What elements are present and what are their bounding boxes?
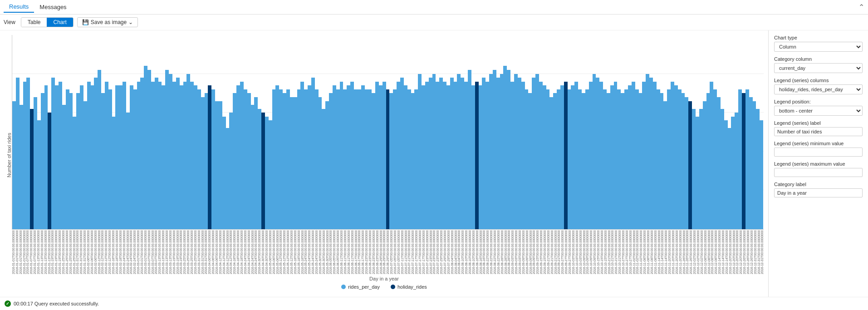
bar[interactable] bbox=[585, 89, 589, 229]
bar[interactable] bbox=[247, 93, 251, 229]
bar[interactable] bbox=[642, 82, 646, 229]
bar[interactable] bbox=[144, 66, 147, 229]
bar[interactable] bbox=[397, 82, 400, 229]
bar[interactable] bbox=[105, 82, 108, 229]
bar[interactable] bbox=[308, 85, 311, 229]
bar[interactable] bbox=[269, 120, 272, 229]
bar[interactable] bbox=[607, 93, 610, 229]
bar[interactable] bbox=[713, 89, 717, 229]
bar[interactable] bbox=[446, 85, 450, 229]
bar[interactable] bbox=[738, 89, 742, 229]
bar[interactable] bbox=[443, 82, 446, 229]
bar[interactable] bbox=[123, 82, 126, 229]
bar[interactable] bbox=[603, 89, 607, 229]
bar[interactable] bbox=[165, 70, 169, 229]
bar[interactable] bbox=[44, 85, 48, 229]
bar[interactable] bbox=[265, 117, 269, 229]
bar[interactable] bbox=[186, 74, 190, 229]
bar[interactable] bbox=[617, 89, 621, 229]
bar[interactable] bbox=[183, 82, 187, 229]
bar[interactable] bbox=[162, 85, 165, 229]
bar[interactable] bbox=[692, 109, 696, 229]
bar[interactable] bbox=[717, 97, 721, 229]
bar[interactable] bbox=[229, 113, 233, 229]
bar[interactable] bbox=[657, 89, 660, 229]
bar[interactable] bbox=[454, 82, 457, 229]
category-label-input[interactable] bbox=[774, 188, 863, 197]
bar[interactable] bbox=[624, 89, 628, 229]
bar[interactable] bbox=[660, 93, 664, 229]
bar[interactable] bbox=[23, 82, 27, 229]
bar[interactable] bbox=[283, 93, 286, 229]
bar[interactable] bbox=[219, 101, 222, 229]
bar[interactable] bbox=[728, 128, 731, 229]
legend-series-label-input[interactable] bbox=[774, 127, 863, 136]
bar[interactable] bbox=[272, 89, 276, 229]
bar[interactable] bbox=[279, 89, 283, 229]
bar[interactable] bbox=[671, 82, 674, 229]
bar[interactable] bbox=[379, 85, 383, 229]
bar[interactable] bbox=[464, 82, 468, 229]
bar[interactable] bbox=[589, 82, 593, 229]
bar[interactable] bbox=[151, 82, 155, 229]
bar[interactable] bbox=[297, 89, 301, 229]
bar[interactable] bbox=[62, 105, 66, 229]
bar[interactable] bbox=[133, 89, 137, 229]
bar[interactable] bbox=[140, 78, 144, 229]
bar[interactable] bbox=[699, 109, 703, 229]
bar[interactable] bbox=[685, 97, 688, 229]
bar[interactable] bbox=[721, 109, 724, 229]
bar[interactable] bbox=[322, 109, 325, 229]
bar[interactable] bbox=[593, 74, 596, 229]
bar[interactable] bbox=[532, 78, 535, 229]
bar[interactable] bbox=[553, 93, 557, 229]
bar[interactable] bbox=[59, 82, 62, 229]
bar[interactable] bbox=[222, 117, 226, 229]
bar[interactable] bbox=[510, 82, 514, 229]
bar[interactable] bbox=[393, 89, 397, 229]
bar[interactable] bbox=[172, 82, 176, 229]
bar[interactable] bbox=[731, 117, 735, 229]
bar[interactable] bbox=[635, 89, 639, 229]
bar[interactable] bbox=[425, 82, 429, 229]
bar[interactable] bbox=[304, 89, 308, 229]
bar[interactable] bbox=[372, 93, 375, 229]
bar[interactable] bbox=[649, 78, 653, 229]
bar[interactable] bbox=[628, 85, 632, 229]
bar[interactable] bbox=[386, 89, 390, 229]
bar[interactable] bbox=[678, 89, 682, 229]
bar[interactable] bbox=[194, 85, 197, 229]
bar[interactable] bbox=[350, 82, 354, 229]
bar[interactable] bbox=[496, 78, 500, 229]
bar[interactable] bbox=[358, 89, 361, 229]
bar[interactable] bbox=[205, 93, 208, 229]
bar[interactable] bbox=[663, 101, 667, 229]
bar[interactable] bbox=[336, 89, 340, 229]
bar[interactable] bbox=[126, 113, 130, 229]
bar[interactable] bbox=[404, 85, 407, 229]
bar[interactable] bbox=[12, 101, 16, 229]
bar[interactable] bbox=[300, 82, 304, 229]
bar[interactable] bbox=[539, 82, 543, 229]
bar[interactable] bbox=[137, 82, 141, 229]
table-button[interactable]: Table bbox=[21, 18, 47, 27]
bar[interactable] bbox=[275, 85, 279, 229]
bar[interactable] bbox=[439, 78, 443, 229]
bar[interactable] bbox=[383, 82, 386, 229]
bar[interactable] bbox=[500, 74, 504, 229]
bar[interactable] bbox=[91, 85, 94, 229]
bar[interactable] bbox=[632, 82, 635, 229]
bar[interactable] bbox=[418, 74, 422, 229]
bar[interactable] bbox=[756, 109, 760, 229]
bar[interactable] bbox=[112, 117, 116, 229]
bar[interactable] bbox=[290, 97, 294, 229]
bar[interactable] bbox=[211, 89, 215, 229]
bar[interactable] bbox=[482, 78, 485, 229]
legend-series-max-input[interactable] bbox=[774, 168, 863, 177]
bar[interactable] bbox=[315, 89, 319, 229]
bar[interactable] bbox=[16, 78, 20, 229]
bar[interactable] bbox=[20, 105, 23, 229]
bar[interactable] bbox=[311, 78, 315, 229]
bar[interactable] bbox=[621, 93, 624, 229]
bar[interactable] bbox=[215, 101, 219, 229]
